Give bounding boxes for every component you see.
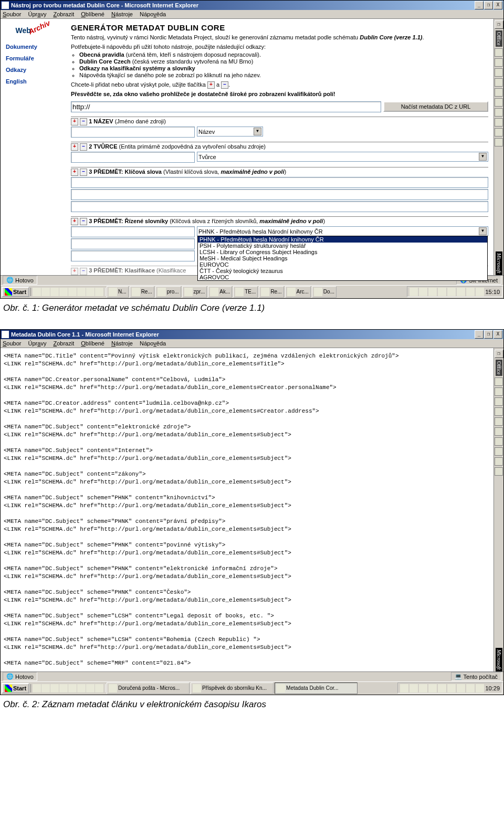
task-button[interactable]: Arc... xyxy=(285,286,311,298)
side-icon[interactable] xyxy=(495,417,503,426)
plus-icon[interactable]: + xyxy=(71,169,78,176)
ql-icon[interactable] xyxy=(86,684,94,692)
menubar[interactable]: Soubor Úpravy Zobrazit Oblíbené Nástroje… xyxy=(1,10,503,19)
maximize-button[interactable]: ❐ xyxy=(484,1,493,9)
dd-item[interactable]: MeSH - Medical Subject Headings xyxy=(198,255,487,261)
titlebar[interactable]: Metadata Dublin Core 1.1 - Microsoft Int… xyxy=(1,330,503,339)
side-icon[interactable] xyxy=(495,427,503,436)
ql-icon[interactable] xyxy=(41,288,50,296)
side-icon[interactable] xyxy=(495,98,503,107)
task-button[interactable]: Ak... xyxy=(208,286,232,298)
dd-item[interactable]: PSH - Polytematický strukturovaný heslář xyxy=(198,243,487,249)
side-icon[interactable] xyxy=(495,78,503,87)
tray-icon[interactable] xyxy=(438,684,446,692)
minus-icon[interactable]: − xyxy=(80,143,87,151)
office-tab[interactable]: Office xyxy=(496,360,502,376)
sidebar-item-odkazy[interactable]: Odkazy xyxy=(6,67,64,73)
menu-nastroje[interactable]: Nástroje xyxy=(111,340,133,346)
task-button[interactable]: Metadata Dublin Cor... xyxy=(275,682,358,694)
task-button[interactable]: Doručená pošta - Micros... xyxy=(107,682,190,694)
url-input[interactable] xyxy=(71,101,381,112)
ql-icon[interactable] xyxy=(33,288,41,296)
dd-item[interactable]: AGROVOC xyxy=(198,274,487,280)
side-icon[interactable] xyxy=(495,118,503,127)
tray-icon[interactable] xyxy=(457,684,465,692)
dd-item[interactable]: LCSH - Library of Congress Subject Headi… xyxy=(198,249,487,255)
minimize-button[interactable]: _ xyxy=(475,1,484,9)
menu-nastroje[interactable]: Nástroje xyxy=(111,11,133,17)
ql-icon[interactable] xyxy=(68,684,77,692)
side-icon[interactable] xyxy=(495,407,503,416)
tray-icon[interactable] xyxy=(476,684,484,692)
ql-icon[interactable] xyxy=(59,288,68,296)
task-button[interactable]: Re... xyxy=(130,286,154,298)
sidebar-item-formulare[interactable]: Formuláře xyxy=(6,55,64,61)
task-button[interactable]: Re... xyxy=(259,286,284,298)
tray-icon[interactable] xyxy=(410,288,418,296)
office-tab[interactable]: Office xyxy=(496,30,502,47)
sidebar-item-english[interactable]: English xyxy=(6,78,64,85)
side-icon[interactable] xyxy=(495,387,503,396)
side-icon[interactable] xyxy=(495,108,503,117)
side-icon[interactable] xyxy=(495,447,503,456)
minus-icon[interactable]: − xyxy=(80,169,87,176)
ql-icon[interactable] xyxy=(50,288,59,296)
klicova-input-3[interactable] xyxy=(71,201,488,212)
klicova-input-2[interactable] xyxy=(71,189,488,200)
ql-icon[interactable] xyxy=(95,288,103,296)
menu-napoveda[interactable]: Nápověda xyxy=(140,11,166,17)
menu-soubor[interactable]: Soubor xyxy=(3,11,21,17)
menu-napoveda[interactable]: Nápověda xyxy=(140,340,166,346)
menu-zobrazit[interactable]: Zobrazit xyxy=(53,340,74,346)
side-icon[interactable] xyxy=(495,58,503,67)
ql-icon[interactable] xyxy=(68,288,77,296)
menu-soubor[interactable]: Soubor xyxy=(3,340,21,346)
menu-zobrazit[interactable]: Zobrazit xyxy=(53,11,74,17)
minus-icon[interactable]: − xyxy=(80,218,87,225)
slovniky-input-2[interactable] xyxy=(71,238,195,249)
nazev-select[interactable]: Název▼ xyxy=(197,127,263,136)
tray-icon[interactable] xyxy=(410,684,418,692)
dd-item[interactable]: ČTT - Český teologický tezaurus xyxy=(198,268,487,274)
side-icon[interactable] xyxy=(495,397,503,406)
slovniky-input[interactable] xyxy=(71,226,195,237)
side-icon[interactable] xyxy=(495,377,503,386)
close-button[interactable]: X xyxy=(494,330,502,339)
ql-icon[interactable] xyxy=(77,288,86,296)
restore-icon[interactable]: ❐ xyxy=(495,350,503,358)
side-icon[interactable] xyxy=(495,457,503,466)
tray-icon[interactable] xyxy=(428,288,437,296)
close-button[interactable]: X xyxy=(494,1,502,9)
ql-icon[interactable] xyxy=(77,684,86,692)
dd-item[interactable]: EUROVOC xyxy=(198,261,487,268)
start-button[interactable]: Start xyxy=(2,683,29,694)
ql-icon[interactable] xyxy=(50,684,59,692)
ql-icon[interactable] xyxy=(33,684,41,692)
plus-icon[interactable]: + xyxy=(71,218,78,225)
slovniky-input-3[interactable] xyxy=(71,250,195,261)
dropdown-list[interactable]: PHNK - Předmětová hesla Národní knihovny… xyxy=(197,236,488,281)
task-button[interactable]: Příspěvek do sborníku Kn... xyxy=(191,682,274,694)
ql-icon[interactable] xyxy=(95,684,103,692)
restore-icon[interactable]: ❐ xyxy=(495,20,503,29)
load-url-button[interactable]: Načíst metadata DC z URL xyxy=(383,101,488,112)
side-icon[interactable] xyxy=(495,138,503,146)
tray-icon[interactable] xyxy=(438,288,446,296)
side-icon[interactable] xyxy=(495,128,503,136)
sidebar-item-dokumenty[interactable]: Dokumenty xyxy=(6,44,64,50)
menu-oblibene[interactable]: Oblíbené xyxy=(81,11,104,17)
titlebar[interactable]: Nástroj pro tvorbu metadat Dublin Core -… xyxy=(1,1,503,10)
ql-icon[interactable] xyxy=(86,288,94,296)
tray-icon[interactable] xyxy=(466,288,475,296)
task-button[interactable]: TE... xyxy=(233,286,258,298)
plus-icon[interactable]: + xyxy=(71,143,78,151)
tray-icon[interactable] xyxy=(400,684,408,692)
task-button[interactable]: pro... xyxy=(155,286,181,298)
task-button[interactable]: Do... xyxy=(312,286,337,298)
tray-icon[interactable] xyxy=(419,288,427,296)
tray-icon[interactable] xyxy=(447,684,456,692)
menu-upravy[interactable]: Úpravy xyxy=(28,11,47,17)
tvurce-input[interactable] xyxy=(71,152,195,163)
task-button[interactable]: N... xyxy=(107,286,129,298)
side-icon[interactable] xyxy=(495,88,503,97)
